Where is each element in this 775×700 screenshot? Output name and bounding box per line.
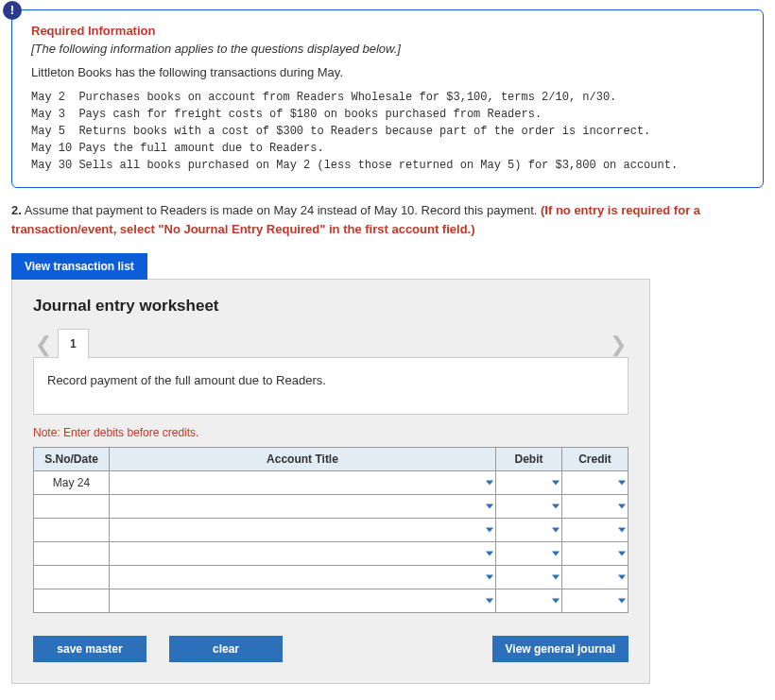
transactions-list: May 2 Purchases books on account from Re… <box>31 89 744 174</box>
credit-cell[interactable] <box>562 519 629 542</box>
table-row <box>34 495 629 519</box>
required-info-lead: Littleton Books has the following transa… <box>31 65 744 79</box>
debit-cell[interactable] <box>496 519 562 542</box>
chevron-left-icon[interactable]: ❮ <box>33 333 54 357</box>
required-info-title: Required Information <box>31 24 744 38</box>
question-text: 2. Assume that payment to Readers is mad… <box>11 201 764 238</box>
col-debit: Debit <box>496 448 562 471</box>
account-cell[interactable] <box>110 471 496 495</box>
debit-cell[interactable] <box>496 589 562 613</box>
view-general-journal-button[interactable]: View general journal <box>492 636 629 662</box>
save-master-button[interactable]: save master <box>33 636 146 662</box>
tab-1[interactable]: 1 <box>58 329 89 358</box>
table-row <box>34 589 629 613</box>
credit-cell[interactable] <box>562 566 629 589</box>
account-cell[interactable] <box>110 589 496 613</box>
account-cell[interactable] <box>110 519 496 542</box>
date-cell[interactable]: May 24 <box>34 471 110 495</box>
account-cell[interactable] <box>110 542 496 566</box>
worksheet-title: Journal entry worksheet <box>33 297 629 316</box>
credit-cell[interactable] <box>562 471 629 495</box>
account-cell[interactable] <box>110 566 496 589</box>
debit-cell[interactable] <box>496 566 562 589</box>
credit-cell[interactable] <box>562 542 629 566</box>
entry-instruction: Record payment of the full amount due to… <box>33 357 629 415</box>
table-row: May 24 <box>34 471 629 495</box>
debit-cell[interactable] <box>496 542 562 566</box>
col-date: S.No/Date <box>34 448 110 471</box>
journal-entry-table: S.No/Date Account Title Debit Credit May… <box>33 447 629 613</box>
view-transaction-list-button[interactable]: View transaction list <box>11 253 147 280</box>
date-cell[interactable] <box>34 495 110 519</box>
table-header-row: S.No/Date Account Title Debit Credit <box>34 448 629 471</box>
date-cell[interactable] <box>34 542 110 566</box>
journal-worksheet-panel: Journal entry worksheet ❮ 1 ❯ Record pay… <box>11 279 650 684</box>
date-cell[interactable] <box>34 519 110 542</box>
info-badge-icon: ! <box>3 1 22 20</box>
credit-cell[interactable] <box>562 495 629 519</box>
debits-before-credits-note: Note: Enter debits before credits. <box>33 426 629 439</box>
debit-cell[interactable] <box>496 471 562 495</box>
table-row <box>34 542 629 566</box>
debit-cell[interactable] <box>496 495 562 519</box>
col-credit: Credit <box>562 448 629 471</box>
worksheet-tab-row: ❮ 1 ❯ <box>33 321 629 357</box>
worksheet-button-row: save master clear View general journal <box>33 636 629 662</box>
date-cell[interactable] <box>34 566 110 589</box>
date-cell[interactable] <box>34 589 110 613</box>
chevron-right-icon[interactable]: ❯ <box>608 333 629 357</box>
clear-button[interactable]: clear <box>169 636 283 662</box>
table-row <box>34 519 629 542</box>
required-info-subtitle: [The following information applies to th… <box>31 42 744 56</box>
question-body: Assume that payment to Readers is made o… <box>22 203 541 217</box>
credit-cell[interactable] <box>562 589 629 613</box>
table-row <box>34 566 629 589</box>
question-number: 2. <box>11 203 22 217</box>
account-cell[interactable] <box>110 495 496 519</box>
col-account: Account Title <box>110 448 496 471</box>
required-info-box: ! Required Information [The following in… <box>11 9 764 188</box>
